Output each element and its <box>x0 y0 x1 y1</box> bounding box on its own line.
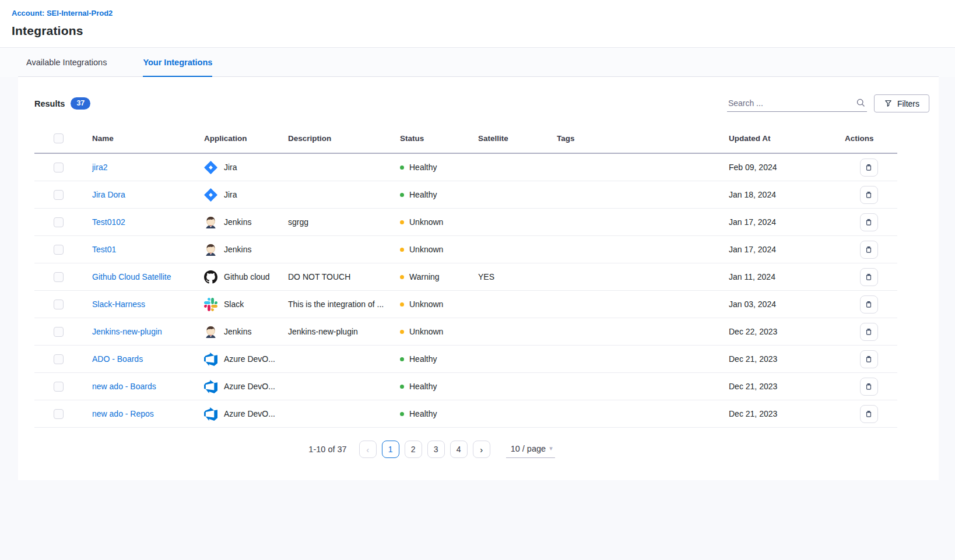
status-badge: Unknown <box>400 318 473 345</box>
status-label: Unknown <box>409 327 443 336</box>
column-header-updated-at: Updated At <box>729 125 845 153</box>
status-badge: Unknown <box>400 236 473 263</box>
satellite-cell <box>478 346 557 373</box>
pagination-page-1[interactable]: 1 <box>382 441 399 458</box>
trash-icon <box>864 272 873 281</box>
page-size-select[interactable]: 10 / page ▾ <box>506 441 555 458</box>
pagination-page-2[interactable]: 2 <box>405 441 422 458</box>
status-badge: Unknown <box>400 209 473 235</box>
updated-at-cell: Jan 18, 2024 <box>729 181 845 209</box>
integrations-card: Results 37 Filters <box>18 77 939 480</box>
delete-integration-button[interactable] <box>860 186 878 204</box>
table-row: new ado - ReposAzure DevO...HealthyDec 2… <box>34 400 897 428</box>
application-label: Azure DevO... <box>224 354 275 364</box>
table-row: Jira DoraJiraHealthyJan 18, 2024 <box>34 181 897 209</box>
integration-name-link[interactable]: Test01 <box>92 245 116 254</box>
integration-name-link[interactable]: Github Cloud Satellite <box>92 272 171 281</box>
tab-available-integrations[interactable]: Available Integrations <box>26 48 107 77</box>
select-all-checkbox[interactable] <box>54 133 64 143</box>
tab-your-integrations[interactable]: Your Integrations <box>143 48 212 77</box>
chevron-down-icon: ▾ <box>549 445 553 452</box>
pagination-page-4[interactable]: 4 <box>450 441 468 458</box>
delete-integration-button[interactable] <box>860 159 878 177</box>
filters-button[interactable]: Filters <box>874 94 929 112</box>
integration-name-link[interactable]: Jira Dora <box>92 190 125 199</box>
tags-cell <box>557 263 729 291</box>
description-cell <box>288 346 400 373</box>
row-checkbox[interactable] <box>54 327 64 337</box>
integration-name-link[interactable]: new ado - Repos <box>92 409 154 418</box>
pagination-prev-button[interactable]: ‹ <box>359 441 377 458</box>
column-header-description: Description <box>288 125 400 153</box>
table-row: ADO - BoardsAzure DevO...HealthyDec 21, … <box>34 346 897 373</box>
filter-funnel-icon <box>884 99 893 108</box>
row-checkbox[interactable] <box>54 272 64 282</box>
application-label: Azure DevO... <box>224 382 275 391</box>
table-row: new ado - BoardsAzure DevO...HealthyDec … <box>34 373 897 400</box>
pagination-next-button[interactable]: › <box>473 441 490 458</box>
status-badge: Healthy <box>400 154 473 181</box>
results-count-badge: 37 <box>71 97 90 110</box>
trash-icon <box>864 163 873 172</box>
status-label: Healthy <box>409 409 437 418</box>
row-checkbox[interactable] <box>54 382 64 392</box>
delete-integration-button[interactable] <box>860 350 878 368</box>
integrations-table: Name Application Description Status Sate… <box>34 125 897 428</box>
application-label: Jenkins <box>224 327 251 336</box>
search-field[interactable] <box>727 95 867 112</box>
trash-icon <box>864 409 873 418</box>
table-row: Test01JenkinsUnknownJan 17, 2024 <box>34 236 897 263</box>
satellite-cell <box>478 291 557 318</box>
satellite-cell <box>478 181 557 209</box>
application-label: Jenkins <box>224 217 251 227</box>
delete-integration-button[interactable] <box>860 378 878 396</box>
azuredevops-icon <box>204 407 217 421</box>
pagination-page-3[interactable]: 3 <box>427 441 445 458</box>
tags-cell <box>557 400 729 428</box>
application-label: Slack <box>224 300 244 309</box>
delete-integration-button[interactable] <box>860 268 878 286</box>
account-breadcrumb-link[interactable]: Account: SEI-Internal-Prod2 <box>12 9 113 17</box>
delete-integration-button[interactable] <box>860 323 878 341</box>
integration-name-link[interactable]: Slack-Harness <box>92 300 145 309</box>
integration-name-link[interactable]: Test0102 <box>92 217 125 227</box>
search-icon <box>856 98 866 108</box>
application-label: Azure DevO... <box>224 409 275 418</box>
description-cell <box>288 153 400 181</box>
row-checkbox[interactable] <box>54 163 64 172</box>
search-input[interactable] <box>728 98 856 108</box>
trash-icon <box>864 217 873 227</box>
slack-icon <box>204 298 217 311</box>
table-row: Slack-HarnessSlackThis is the integratio… <box>34 291 897 318</box>
tabs: Available IntegrationsYour Integrations <box>18 48 939 77</box>
tags-cell <box>557 318 729 346</box>
status-dot-icon <box>400 248 404 252</box>
row-checkbox[interactable] <box>54 354 64 364</box>
updated-at-cell: Jan 17, 2024 <box>729 209 845 236</box>
azuredevops-icon <box>204 353 217 366</box>
column-header-name: Name <box>92 125 204 153</box>
delete-integration-button[interactable] <box>860 405 878 423</box>
integration-name-link[interactable]: ADO - Boards <box>92 354 143 364</box>
status-label: Healthy <box>409 163 437 172</box>
status-dot-icon <box>400 357 404 361</box>
delete-integration-button[interactable] <box>860 241 878 259</box>
delete-integration-button[interactable] <box>860 295 878 314</box>
status-dot-icon <box>400 220 404 224</box>
row-checkbox[interactable] <box>54 190 64 200</box>
status-badge: Healthy <box>400 400 473 427</box>
description-cell: DO NOT TOUCH <box>288 263 400 291</box>
integration-name-link[interactable]: Jenkins-new-plugin <box>92 327 162 336</box>
row-checkbox[interactable] <box>54 409 64 419</box>
row-checkbox[interactable] <box>54 300 64 309</box>
delete-integration-button[interactable] <box>860 213 878 231</box>
row-checkbox[interactable] <box>54 217 64 227</box>
status-label: Healthy <box>409 382 437 391</box>
row-checkbox[interactable] <box>54 245 64 255</box>
integration-name-link[interactable]: jira2 <box>92 163 107 172</box>
status-badge: Warning <box>400 263 473 290</box>
jira-icon <box>204 188 217 202</box>
integration-name-link[interactable]: new ado - Boards <box>92 382 156 391</box>
description-cell <box>288 181 400 209</box>
tags-cell <box>557 209 729 236</box>
